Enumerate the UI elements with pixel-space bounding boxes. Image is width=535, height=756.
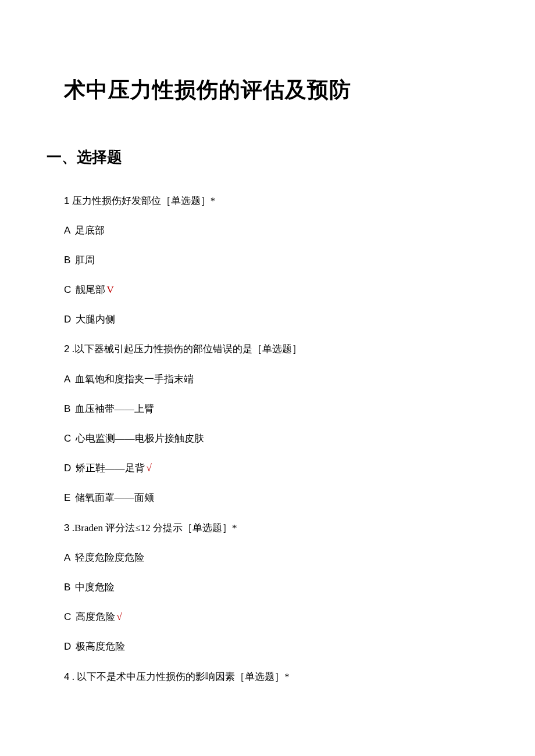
required-star: * [232, 522, 237, 533]
question-stem: 1 压力性损伤好发部位［单选题］* [64, 193, 471, 209]
option-text: 血压袖带——上臂 [72, 403, 154, 414]
question-stem: 2 .以下器械引起压力性损伤的部位错误的是［单选题］ [64, 341, 471, 357]
answer-option: B 肛周 [64, 252, 471, 268]
answer-option: A 足底部 [64, 223, 471, 238]
option-label: C [64, 284, 71, 295]
option-label: D [64, 641, 71, 652]
answer-option: D 矫正鞋——足背√ [64, 460, 471, 476]
option-label: B [64, 255, 70, 266]
option-label: A [64, 374, 70, 385]
option-label: C [64, 433, 71, 444]
check-mark-icon: √ [147, 463, 152, 474]
question-stem: 4 . 以下不是术中压力性损伤的影响因素［单选题］* [64, 669, 471, 685]
option-text: 大腿内侧 [73, 314, 115, 325]
check-mark-icon: √ [117, 611, 122, 622]
required-star: * [284, 671, 290, 682]
option-label: D [64, 314, 71, 325]
option-label: B [64, 403, 70, 414]
answer-option: C 高度危险√ [64, 609, 471, 625]
answer-option: D 大腿内侧 [64, 311, 471, 327]
check-mark-icon: V [107, 284, 114, 295]
answer-option: C 心电监测——电极片接触皮肤 [64, 431, 471, 446]
option-text: 储氧面罩——面颊 [72, 492, 154, 503]
section-heading: 一、选择题 [47, 145, 471, 170]
answer-option: C 靓尾部V [64, 282, 471, 298]
option-text: 极高度危险 [73, 641, 124, 652]
option-text: 中度危险 [72, 582, 114, 593]
option-text: 靓尾部 [73, 284, 105, 295]
option-text: 高度危险 [73, 611, 115, 622]
answer-option: B 血压袖带——上臂 [64, 401, 471, 417]
option-label: B [64, 582, 70, 593]
option-label: A [64, 225, 70, 236]
answer-option: D 极高度危险 [64, 639, 471, 654]
question-text: . 以下不是术中压力性损伤的影响因素［单选题］ [69, 671, 284, 682]
option-label: C [64, 611, 71, 622]
option-label: D [64, 463, 71, 474]
question-text: .Braden 评分法≤12 分提示［单选题］ [69, 522, 231, 533]
questions-container: 1 压力性损伤好发部位［单选题］*A 足底部B 肛周C 靓尾部VD 大腿内侧2 … [64, 193, 471, 685]
option-text: 轻度危险度危险 [72, 552, 144, 563]
option-text: 足底部 [72, 225, 104, 236]
option-text: 心电监测——电极片接触皮肤 [73, 433, 204, 444]
required-star: * [211, 195, 216, 206]
option-text: 血氧饱和度指夹一手指末端 [72, 374, 193, 385]
question-text: .以下器械引起压力性损伤的部位错误的是［单选题］ [69, 343, 302, 354]
option-text: 矫正鞋——足背 [73, 463, 144, 474]
option-label: A [64, 552, 70, 563]
question-text: 压力性损伤好发部位［单选题］ [69, 195, 210, 206]
answer-option: B 中度危险 [64, 579, 471, 595]
question-stem: 3 .Braden 评分法≤12 分提示［单选题］* [64, 520, 471, 536]
answer-option: A 血氧饱和度指夹一手指末端 [64, 371, 471, 387]
option-label: E [64, 492, 70, 503]
answer-option: E 储氧面罩——面颊 [64, 490, 471, 506]
option-text: 肛周 [72, 255, 94, 266]
document-title: 术中压力性损伤的评估及预防 [64, 76, 471, 105]
answer-option: A 轻度危险度危险 [64, 550, 471, 565]
